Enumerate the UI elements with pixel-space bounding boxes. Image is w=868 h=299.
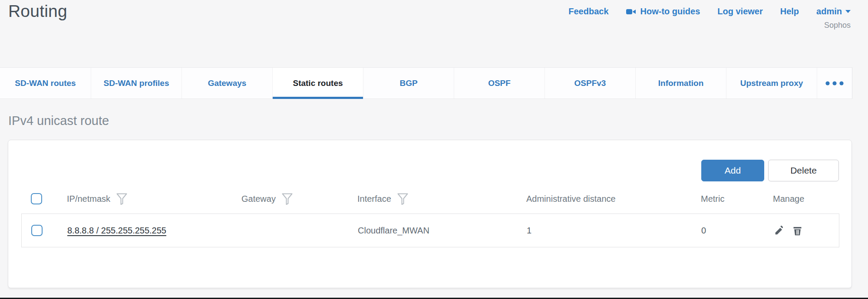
column-manage-label: Manage [773,194,804,204]
filter-icon[interactable] [116,193,127,205]
admin-user-menu[interactable]: admin [816,7,851,16]
tab-bgp[interactable]: BGP [363,68,454,99]
metric-cell: 0 [701,226,773,236]
edit-pencil-icon[interactable] [773,225,785,237]
tab-ospfv3[interactable]: OSPFv3 [545,68,635,99]
select-all-checkbox[interactable] [31,193,42,204]
page-title: Routing [8,2,67,21]
select-all-cell [31,193,67,204]
column-admin-distance: Administrative distance [526,194,701,204]
add-button[interactable]: Add [701,160,764,181]
log-viewer-label: Log viewer [717,7,762,16]
row-select-cell [31,225,67,236]
admin-distance-cell: 1 [527,226,701,236]
column-ip-netmask-label: IP/netmask [67,194,110,204]
column-gateway: Gateway [241,193,357,205]
tab-upstream-proxy[interactable]: Upstream proxy [726,68,817,99]
tab-sdwan-routes[interactable]: SD-WAN routes [0,68,91,99]
tab-static-routes[interactable]: Static routes [272,68,363,99]
tab-information[interactable]: Information [635,68,726,99]
log-viewer-link[interactable]: Log viewer [717,7,762,16]
tab-gateways[interactable]: Gateways [182,68,272,99]
feedback-link[interactable]: Feedback [568,7,608,16]
top-navigation: Feedback How-to guides Log viewer Help a… [568,7,851,16]
table-header: IP/netmask Gateway Interface [8,188,851,210]
help-link[interactable]: Help [780,7,799,16]
delete-button[interactable]: Delete [768,160,839,181]
column-manage: Manage [773,194,851,204]
help-label: Help [780,7,799,16]
filter-icon[interactable] [397,193,408,205]
column-metric: Metric [701,194,773,204]
tab-ospf[interactable]: OSPF [454,68,545,99]
brand-label: Sophos [824,21,851,30]
table-row: 8.8.8.8 / 255.255.255.255 Cloudflare_MWA… [21,214,839,247]
tab-overflow-button[interactable] [817,68,852,99]
column-interface: Interface [357,193,526,205]
interface-cell: Cloudflare_MWAN [358,226,527,236]
routing-tab-bar: SD-WAN routes SD-WAN profiles Gateways S… [0,67,852,99]
table-toolbar: Add Delete [701,160,839,181]
column-ip-netmask: IP/netmask [67,193,241,205]
delete-trash-icon[interactable] [792,225,803,237]
section-title: IPv4 unicast route [8,114,109,128]
row-checkbox[interactable] [31,225,43,236]
ipv4-unicast-route-panel: Add Delete IP/netmask Gateway Interface [8,140,852,288]
column-metric-label: Metric [701,194,724,204]
column-interface-label: Interface [357,194,391,204]
admin-user-label: admin [816,7,842,16]
ellipsis-icon [825,79,844,87]
column-gateway-label: Gateway [241,194,276,204]
route-link[interactable]: 8.8.8.8 / 255.255.255.255 [67,226,166,235]
manage-cell [773,225,839,237]
video-camera-icon [626,7,637,16]
howto-guides-link[interactable]: How-to guides [626,7,700,16]
filter-icon[interactable] [282,193,293,205]
feedback-label: Feedback [568,7,608,16]
chevron-down-icon [845,10,851,13]
howto-guides-label: How-to guides [640,7,700,16]
column-admin-distance-label: Administrative distance [526,194,616,204]
ip-netmask-cell: 8.8.8.8 / 255.255.255.255 [67,226,242,236]
tab-sdwan-profiles[interactable]: SD-WAN profiles [91,68,182,99]
